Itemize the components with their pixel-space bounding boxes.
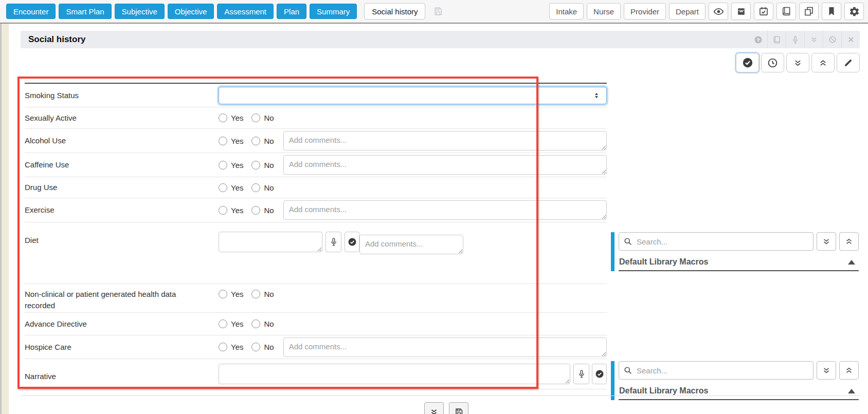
nurse-button[interactable]: Nurse	[587, 3, 621, 20]
footer-save-button[interactable]	[449, 402, 468, 414]
gear-icon	[849, 6, 860, 17]
macros-group-title: Default Library Macros	[619, 386, 708, 396]
narrative-input[interactable]	[219, 364, 570, 384]
radio-yes-label: Yes	[231, 206, 243, 215]
smoking-status-select[interactable]	[219, 87, 607, 104]
double-chevron-down-icon	[822, 237, 831, 246]
macros-group-header[interactable]: Default Library Macros	[619, 255, 859, 271]
radio-no-label: No	[264, 183, 274, 192]
settings-button[interactable]	[844, 3, 864, 20]
expand-all-button[interactable]	[786, 53, 809, 72]
copy-chart-button[interactable]	[799, 3, 819, 20]
yes-no-radio-group: Yes No	[219, 114, 282, 122]
radio-yes[interactable]	[219, 206, 227, 215]
nav-subjective-button[interactable]: Subjective	[115, 4, 165, 19]
radio-no[interactable]	[251, 319, 260, 328]
footer-buttons	[424, 402, 468, 414]
nav-assessment-button[interactable]: Assessment	[217, 4, 274, 19]
radio-no[interactable]	[251, 206, 260, 215]
yes-no-radio-group: Yes No	[219, 137, 282, 145]
panel-accent-bar	[611, 232, 614, 271]
hospice-comments-textarea[interactable]	[283, 337, 607, 357]
library-button[interactable]	[776, 3, 796, 20]
form-row-caffeine-use: Caffeine Use Yes No	[25, 153, 607, 177]
radio-no[interactable]	[251, 114, 260, 122]
radio-yes[interactable]	[219, 183, 227, 192]
diet-input[interactable]	[219, 232, 322, 252]
nav-smart-plan-button[interactable]: Smart Plan	[59, 4, 111, 19]
double-chevron-up-icon	[844, 237, 854, 246]
section-header: Social history	[21, 31, 860, 48]
collapse-section-button[interactable]	[804, 31, 823, 48]
macros-group-title: Default Library Macros	[619, 257, 708, 267]
radio-no-label: No	[264, 114, 274, 122]
caffeine-comments-textarea[interactable]	[283, 155, 607, 175]
tab-social-history[interactable]: Social history	[364, 3, 425, 20]
disable-section-button[interactable]	[823, 31, 841, 48]
section-action-buttons	[736, 53, 860, 72]
expand-macros-button[interactable]	[817, 361, 836, 380]
radio-no-label: No	[264, 161, 274, 170]
ban-icon	[828, 35, 837, 44]
nav-summary-button[interactable]: Summary	[310, 4, 357, 19]
diet-confirm-button[interactable]	[345, 232, 359, 252]
nav-plan-button[interactable]: Plan	[277, 4, 306, 19]
top-nav-right: Intake Nurse Provider Depart	[549, 3, 864, 20]
panel-accent-bar	[611, 361, 614, 400]
alcohol-comments-textarea[interactable]	[283, 131, 607, 150]
diet-comments-textarea[interactable]	[359, 235, 463, 254]
section-title: Social history	[28, 34, 85, 45]
radio-no-label: No	[264, 290, 274, 298]
help-icon	[754, 35, 763, 44]
footer-expand-button[interactable]	[424, 402, 444, 414]
macro-search-input[interactable]	[619, 232, 813, 251]
help-button[interactable]	[749, 31, 767, 48]
expand-macros-button[interactable]	[817, 232, 836, 251]
radio-no[interactable]	[251, 161, 260, 170]
radio-no-label: No	[264, 206, 274, 215]
narrative-dictate-button[interactable]	[573, 364, 589, 384]
social-history-form: Smoking Status Sexually Active Yes No Al…	[25, 83, 607, 389]
form-row-smoking-status: Smoking Status	[25, 84, 607, 107]
edit-button[interactable]	[837, 53, 860, 72]
row-label: Non-clinical or patient generated health…	[25, 289, 219, 311]
radio-yes[interactable]	[219, 319, 227, 328]
social-history-panel: Social history Smoking Status	[9, 24, 868, 414]
collapse-macros-button[interactable]	[839, 361, 859, 380]
radio-no[interactable]	[251, 343, 260, 351]
depart-button[interactable]: Depart	[669, 3, 706, 20]
history-button[interactable]	[761, 53, 784, 72]
intake-button[interactable]: Intake	[549, 3, 584, 20]
bookmark-button[interactable]	[822, 3, 841, 20]
close-section-button[interactable]	[841, 31, 860, 48]
radio-yes[interactable]	[219, 290, 227, 298]
diet-dictate-button[interactable]	[326, 232, 341, 252]
mark-complete-button[interactable]	[736, 53, 759, 72]
macros-book-button[interactable]	[767, 31, 786, 48]
collapse-macros-button[interactable]	[839, 232, 859, 251]
macro-search-input[interactable]	[619, 361, 813, 380]
exercise-comments-textarea[interactable]	[283, 200, 607, 220]
dictate-button[interactable]	[786, 31, 804, 48]
radio-no[interactable]	[251, 183, 260, 192]
schedule-button[interactable]	[754, 3, 773, 20]
visibility-button[interactable]	[709, 3, 728, 20]
provider-button[interactable]: Provider	[624, 3, 666, 20]
macros-group-header[interactable]: Default Library Macros	[619, 384, 859, 400]
radio-yes[interactable]	[219, 161, 227, 170]
radio-yes[interactable]	[219, 343, 227, 351]
radio-yes[interactable]	[219, 137, 227, 145]
radio-yes[interactable]	[219, 114, 227, 122]
yes-no-radio-group: Yes No	[219, 290, 282, 298]
collapse-all-button[interactable]	[811, 53, 835, 72]
row-label: Smoking Status	[25, 90, 219, 101]
archive-button[interactable]	[731, 3, 751, 20]
narrative-confirm-button[interactable]	[592, 364, 607, 384]
row-label: Diet	[25, 230, 219, 246]
radio-no[interactable]	[251, 137, 260, 145]
radio-no[interactable]	[251, 290, 260, 298]
nav-objective-button[interactable]: Objective	[168, 4, 214, 19]
nav-encounter-button[interactable]: Encounter	[6, 4, 56, 19]
form-row-advance-directive: Advance Directive Yes No	[25, 313, 607, 335]
form-row-diet: Diet	[25, 222, 607, 284]
